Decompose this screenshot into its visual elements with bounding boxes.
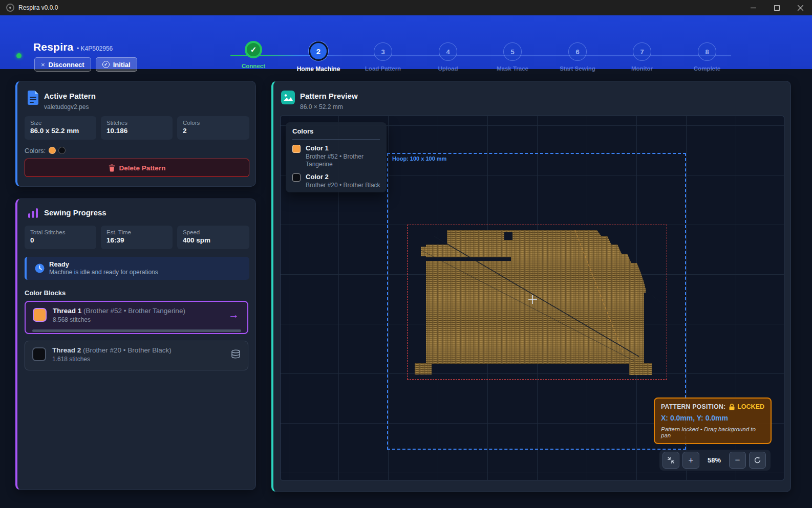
color-swatch-black	[58, 147, 66, 154]
stat-colors-value: 2	[183, 127, 244, 135]
stat-stitches-label: Stitches	[106, 120, 167, 126]
maximize-button[interactable]	[765, 0, 788, 15]
legend-color-2-name: Color 2	[306, 173, 380, 181]
step-5-label: Mask Trace	[480, 65, 545, 72]
legend-color-2: Color 2 Brother #20 • Brother Black	[292, 173, 380, 189]
stat-total-value: 0	[30, 236, 91, 244]
close-icon	[798, 5, 803, 11]
fit-screen-icon	[667, 456, 675, 464]
minus-icon: −	[735, 455, 740, 466]
close-button[interactable]	[788, 0, 812, 15]
fit-to-screen-button[interactable]	[663, 452, 679, 469]
disconnect-button[interactable]: × Disconnect	[34, 57, 91, 72]
locked-badge: LOCKED	[729, 403, 764, 410]
reset-icon	[754, 456, 761, 464]
delete-pattern-button[interactable]: Delete Pattern	[25, 159, 249, 177]
thread-1-stitches: 8.568 stitches	[53, 316, 91, 323]
step-complete[interactable]: 8 Complete	[675, 41, 739, 72]
step-8-label: Complete	[675, 65, 739, 72]
pattern-preview-card: Pattern Preview 86.0 × 52.2 mm Hoop: 100…	[271, 81, 791, 492]
status-description: Machine is idle and ready for operations	[49, 269, 158, 276]
color-blocks-heading: Color Blocks	[25, 289, 66, 297]
zoom-toolbar: + 58% −	[659, 450, 771, 471]
step-2-label: Home Machine	[286, 65, 351, 73]
colors-legend-divider	[292, 139, 380, 140]
step-7-circle: 7	[633, 42, 651, 61]
app-icon	[6, 4, 14, 12]
minimize-button[interactable]	[741, 0, 765, 15]
legend-color-1: Color 1 Brother #52 • Brother Tangerine	[292, 144, 380, 168]
stat-est-time: Est. Time 16:39	[101, 226, 173, 249]
pattern-position-overlay: PATTERN POSITION: LOCKED X: 0.0mm, Y: 0.…	[654, 397, 772, 444]
zoom-out-button[interactable]: −	[729, 452, 746, 469]
stat-colors-label: Colors	[183, 120, 244, 126]
stat-total-stitches: Total Stitches 0	[25, 226, 96, 249]
crosshair-marker	[528, 295, 537, 304]
stat-speed-label: Speed	[183, 229, 244, 235]
zoom-in-button[interactable]: +	[682, 452, 699, 469]
thread-1-name: Thread 1 (Brother #52 • Brother Tangerin…	[53, 307, 185, 315]
thread-2-name: Thread 2 (Brother #20 • Brother Black)	[52, 346, 172, 354]
image-icon	[281, 91, 295, 104]
locked-label: LOCKED	[737, 403, 764, 410]
step-3-label: Load Pattern	[351, 65, 415, 72]
stat-colors: Colors 2	[177, 116, 249, 140]
step-home-machine[interactable]: 2 Home Machine	[286, 41, 351, 73]
stat-speed-value: 400 spm	[183, 236, 244, 244]
machine-serial: • K4P502956	[77, 45, 113, 52]
step-8-circle: 8	[698, 42, 716, 61]
legend-color-2-desc: Brother #20 • Brother Black	[306, 182, 382, 189]
connection-status-dot	[16, 53, 22, 58]
step-upload[interactable]: 4 Upload	[416, 41, 480, 72]
delete-pattern-label: Delete Pattern	[119, 164, 166, 172]
pattern-filename: valetudogv2.pes	[44, 103, 89, 111]
initial-label: Initial	[113, 61, 131, 69]
bar-chart-icon	[28, 207, 39, 218]
colors-legend-title: Colors	[292, 127, 380, 135]
zoom-level: 58%	[702, 456, 726, 464]
stat-size: Size 86.0 x 52.2 mm	[25, 116, 96, 140]
reset-view-button[interactable]	[749, 452, 766, 469]
thread-1-swatch	[33, 308, 47, 322]
stat-total-label: Total Stitches	[30, 229, 91, 235]
layers-stack-icon	[231, 349, 241, 359]
step-3-circle: 3	[374, 42, 392, 61]
thread-1-block[interactable]: Thread 1 (Brother #52 • Brother Tangerin…	[25, 301, 248, 334]
step-4-circle: 4	[439, 42, 457, 61]
document-icon	[27, 90, 39, 105]
legend-swatch-2	[292, 173, 301, 182]
thread-2-block[interactable]: Thread 2 (Brother #20 • Brother Black) 1…	[25, 341, 248, 370]
step-start-sewing[interactable]: 6 Start Sewing	[545, 41, 610, 72]
initial-button[interactable]: ✓ Initial	[96, 57, 137, 72]
active-pattern-title: Active Pattern	[44, 92, 96, 100]
stat-time-value: 16:39	[106, 236, 167, 244]
pattern-coordinates: X: 0.0mm, Y: 0.0mm	[661, 414, 764, 422]
close-x-icon: ×	[41, 61, 45, 69]
plus-icon: +	[689, 455, 694, 466]
active-pattern-card: Active Pattern valetudogv2.pes Size 86.0…	[15, 81, 256, 187]
stat-size-label: Size	[30, 120, 91, 126]
step-monitor[interactable]: 7 Monitor	[610, 41, 674, 72]
step-4-label: Upload	[416, 65, 480, 72]
stat-stitches: Stitches 10.186	[101, 116, 173, 140]
pattern-preview-title: Pattern Preview	[300, 92, 358, 100]
preview-canvas[interactable]: Hoop: 100 x 100 mm	[280, 116, 784, 480]
step-load-pattern[interactable]: 3 Load Pattern	[351, 41, 415, 72]
lock-icon	[729, 404, 735, 410]
maximize-icon	[774, 5, 780, 11]
window-titlebar: Respira v0.0.0	[0, 0, 812, 15]
step-2-circle: 2	[309, 41, 328, 61]
step-6-circle: 6	[568, 42, 587, 61]
step-mask-trace[interactable]: 5 Mask Trace	[480, 41, 545, 72]
disconnect-label: Disconnect	[49, 61, 84, 69]
step-connect[interactable]: ✓ Connect	[221, 41, 286, 69]
step-7-label: Monitor	[610, 65, 674, 72]
thread-2-swatch	[32, 347, 46, 361]
legend-color-1-name: Color 1	[306, 144, 380, 152]
stat-time-label: Est. Time	[106, 229, 167, 235]
arrow-right-icon: →	[228, 308, 239, 321]
pattern-position-label: PATTERN POSITION:	[661, 403, 725, 410]
step-5-circle: 5	[503, 42, 522, 61]
step-1-label: Connect	[221, 63, 286, 69]
app-header: Respira • K4P502956 × Disconnect ✓ Initi…	[0, 15, 812, 69]
